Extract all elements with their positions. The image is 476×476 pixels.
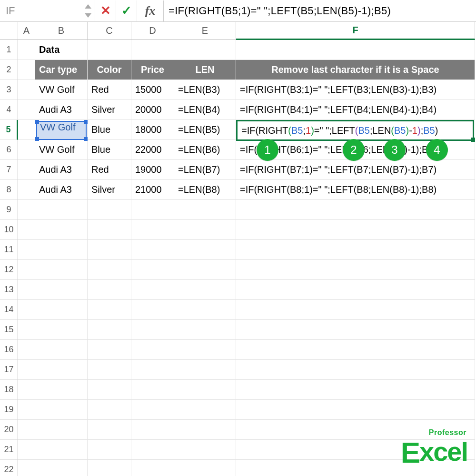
cell[interactable] <box>236 200 475 220</box>
cell[interactable] <box>236 220 475 240</box>
cell[interactable] <box>18 60 35 80</box>
row-head[interactable]: 9 <box>0 200 18 220</box>
name-box-text[interactable]: IF <box>0 5 81 17</box>
row-head[interactable]: 19 <box>0 400 18 420</box>
cell[interactable]: Audi A3 <box>35 160 88 180</box>
cell[interactable] <box>18 440 35 460</box>
row-head[interactable]: 16 <box>0 340 18 360</box>
cell[interactable] <box>174 380 236 400</box>
col-head-C[interactable]: C <box>88 22 131 40</box>
cell[interactable] <box>236 380 475 400</box>
cell[interactable] <box>236 40 475 60</box>
row-head[interactable]: 4 <box>0 100 18 120</box>
chevron-up-icon[interactable] <box>85 4 91 9</box>
cell[interactable] <box>35 460 88 476</box>
cell[interactable] <box>88 440 131 460</box>
row-head[interactable]: 8 <box>0 180 18 200</box>
cell[interactable] <box>174 340 236 360</box>
cell[interactable] <box>131 260 174 280</box>
cell[interactable] <box>131 380 174 400</box>
table-header[interactable]: Remove last character if it is a Space <box>236 60 475 80</box>
cell[interactable] <box>18 280 35 300</box>
cell[interactable]: =LEN(B8) <box>174 180 236 200</box>
cell[interactable] <box>131 360 174 380</box>
table-header[interactable]: Car type <box>35 60 88 80</box>
worksheet-grid[interactable]: 1 Data 2 Car type Color Price LEN Remove… <box>0 40 476 476</box>
cell[interactable] <box>35 380 88 400</box>
cell[interactable] <box>35 400 88 420</box>
cell[interactable] <box>18 240 35 260</box>
cell[interactable]: VW Golf <box>35 80 88 100</box>
col-head-D[interactable]: D <box>131 22 174 40</box>
cell[interactable]: Silver <box>88 100 131 120</box>
cell[interactable] <box>18 460 35 476</box>
cell[interactable] <box>18 220 35 240</box>
name-box-stepper[interactable] <box>81 0 95 21</box>
row-head[interactable]: 3 <box>0 80 18 100</box>
cell[interactable]: =IF(RIGHT(B8;1)=" ";LEFT(B8;LEN(B8)-1);B… <box>236 180 475 200</box>
cell[interactable] <box>174 400 236 420</box>
cell[interactable] <box>88 220 131 240</box>
row-head[interactable]: 13 <box>0 280 18 300</box>
cell[interactable]: =LEN(B6) <box>174 140 236 160</box>
select-all-corner[interactable] <box>0 22 18 40</box>
cell[interactable] <box>236 320 475 340</box>
cell[interactable]: =IF(RIGHT(B4;1)=" ";LEFT(B4;LEN(B4)-1);B… <box>236 100 475 120</box>
cell[interactable] <box>131 280 174 300</box>
cell[interactable] <box>236 240 475 260</box>
cell[interactable] <box>18 420 35 440</box>
table-header[interactable]: Price <box>131 60 174 80</box>
row-head[interactable]: 17 <box>0 360 18 380</box>
cell[interactable] <box>35 260 88 280</box>
cell[interactable] <box>88 280 131 300</box>
cell[interactable] <box>131 220 174 240</box>
row-head[interactable]: 1 <box>0 40 18 60</box>
cell[interactable]: 21000 <box>131 180 174 200</box>
cell[interactable] <box>35 240 88 260</box>
row-head[interactable]: 21 <box>0 440 18 460</box>
cell[interactable]: =IF(RIGHT(B3;1)=" ";LEFT(B3;LEN(B3)-1);B… <box>236 80 475 100</box>
cell[interactable] <box>174 440 236 460</box>
cell[interactable] <box>18 380 35 400</box>
cell[interactable] <box>131 320 174 340</box>
cell[interactable]: Audi A3 <box>35 100 88 120</box>
cell[interactable] <box>18 160 35 180</box>
cell[interactable]: 15000 <box>131 80 174 100</box>
cell[interactable] <box>88 240 131 260</box>
cell[interactable] <box>131 200 174 220</box>
row-head[interactable]: 11 <box>0 240 18 260</box>
cell[interactable] <box>131 400 174 420</box>
cell[interactable] <box>35 420 88 440</box>
cell[interactable]: =LEN(B4) <box>174 100 236 120</box>
cell[interactable] <box>35 340 88 360</box>
cell[interactable] <box>18 140 35 160</box>
cell[interactable]: 20000 <box>131 100 174 120</box>
row-head[interactable]: 6 <box>0 140 18 160</box>
cell[interactable] <box>35 200 88 220</box>
cell-editor[interactable]: =IF(RIGHT(B5;1)=" ";LEFT(B5;LEN(B5)-1);B… <box>236 120 474 141</box>
cell[interactable] <box>18 100 35 120</box>
row-head[interactable]: 20 <box>0 420 18 440</box>
cell[interactable] <box>18 180 35 200</box>
cell[interactable] <box>236 300 475 320</box>
cell[interactable]: Audi A3 <box>35 180 88 200</box>
cell[interactable] <box>236 280 475 300</box>
cell[interactable] <box>131 460 174 476</box>
name-box[interactable]: IF <box>0 0 95 22</box>
col-head-A[interactable]: A <box>18 22 35 40</box>
cell[interactable] <box>18 260 35 280</box>
cell[interactable] <box>174 220 236 240</box>
row-head[interactable]: 5 <box>0 120 18 140</box>
cell[interactable] <box>35 300 88 320</box>
cell[interactable] <box>174 260 236 280</box>
cell[interactable] <box>35 320 88 340</box>
cell[interactable] <box>18 340 35 360</box>
cell[interactable] <box>88 460 131 476</box>
cell[interactable] <box>236 260 475 280</box>
cell[interactable] <box>174 240 236 260</box>
cell[interactable] <box>174 280 236 300</box>
cell[interactable]: VW Golf <box>35 140 88 160</box>
cell[interactable] <box>174 320 236 340</box>
cell[interactable] <box>236 340 475 360</box>
cell[interactable] <box>131 340 174 360</box>
